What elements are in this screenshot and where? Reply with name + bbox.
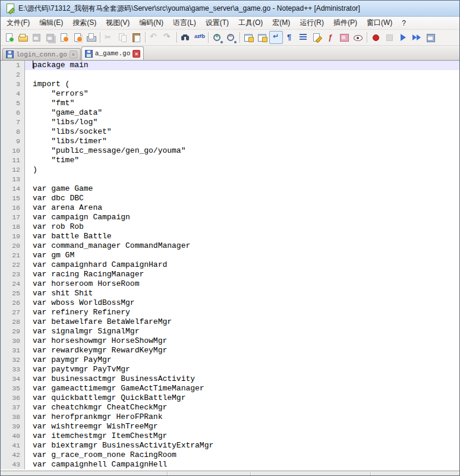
code-line[interactable]: 25var shit Shit [1, 289, 459, 298]
line-number[interactable]: 40 [1, 431, 25, 441]
code-line[interactable]: 37var cheatchkmgr CheatCheckMgr [1, 403, 459, 412]
line-number[interactable]: 31 [1, 346, 25, 355]
close-all-button[interactable] [71, 31, 84, 44]
code-line[interactable]: 13 [1, 175, 459, 184]
line-text[interactable]: var shit Shit [25, 289, 459, 298]
code-line[interactable]: 14var game Game [1, 184, 459, 194]
line-number[interactable]: 42 [1, 450, 25, 460]
line-number[interactable]: 6 [1, 108, 25, 118]
line-number[interactable]: 16 [1, 203, 25, 213]
code-line[interactable]: 41var biextramgr BusinessActivityExtraMg… [1, 441, 459, 450]
code-line[interactable]: 5 "fmt" [1, 99, 459, 108]
macro-stop-button[interactable] [383, 31, 396, 44]
menu-window[interactable]: 窗口(W) [362, 17, 397, 29]
code-line[interactable]: 6 "game_data" [1, 108, 459, 118]
code-line[interactable]: 1package main [1, 61, 459, 70]
line-text[interactable]: var campaignhell CampaignHell [25, 460, 459, 469]
tab-close-icon[interactable]: × [70, 51, 77, 58]
copy-button[interactable] [116, 31, 130, 44]
code-line[interactable]: 16var arena Arena [1, 203, 459, 213]
line-text[interactable]: package main [25, 61, 459, 70]
line-text[interactable]: var quickbattlemgr QuickBattleMgr [25, 393, 459, 403]
macro-save-button[interactable] [424, 31, 437, 44]
line-number[interactable]: 5 [1, 99, 25, 108]
line-number[interactable]: 32 [1, 355, 25, 365]
tab-close-icon[interactable]: × [133, 50, 140, 58]
line-number[interactable]: 15 [1, 194, 25, 203]
menu-tools[interactable]: 工具(O) [234, 17, 267, 29]
code-line[interactable]: 28var betawelfare BetaWelfareMgr [1, 317, 459, 327]
line-text[interactable]: ) [25, 165, 459, 175]
macro-run-multiple-button[interactable] [410, 31, 424, 44]
code-line[interactable]: 12) [1, 165, 459, 175]
code-line[interactable]: 39var wishtreemgr WishTreeMgr [1, 422, 459, 431]
line-number[interactable]: 39 [1, 422, 25, 431]
notepadpp-app-icon[interactable] [5, 4, 15, 13]
line-text[interactable]: "libs/log" [25, 118, 459, 127]
open-file-button[interactable] [16, 31, 30, 44]
new-file-button[interactable] [2, 31, 16, 44]
macro-record-button[interactable] [369, 31, 383, 44]
line-number[interactable]: 20 [1, 241, 25, 251]
line-text[interactable]: var betawelfare BetaWelfareMgr [25, 317, 459, 327]
line-number[interactable]: 33 [1, 365, 25, 374]
define-language-button[interactable] [310, 31, 324, 44]
line-number[interactable]: 43 [1, 460, 25, 469]
cut-button[interactable] [102, 31, 116, 44]
redo-button[interactable] [161, 31, 175, 44]
menu-run[interactable]: 运行(R) [295, 17, 329, 29]
line-text[interactable]: var refinery Refinery [25, 308, 459, 317]
line-number[interactable]: 18 [1, 222, 25, 232]
code-line[interactable]: 23var racing RacingManager [1, 270, 459, 279]
code-line[interactable]: 40var itemchestmgr ItemChestMgr [1, 431, 459, 441]
line-text[interactable]: var businessactmgr BusinessActivity [25, 374, 459, 384]
code-line[interactable]: 4 "errors" [1, 89, 459, 99]
zoom-out-button[interactable] [224, 31, 238, 44]
undo-button[interactable] [147, 31, 161, 44]
tab-login_conn.go[interactable]: login_conn.go× [2, 48, 81, 60]
line-number[interactable]: 3 [1, 80, 25, 89]
close-button[interactable] [57, 31, 71, 44]
sync-vertical-button[interactable] [242, 31, 256, 44]
menu-file[interactable]: 文件(F) [2, 17, 34, 29]
line-text[interactable] [25, 175, 459, 184]
code-line[interactable]: 15var dbc DBC [1, 194, 459, 203]
function-list-button[interactable] [324, 31, 338, 44]
code-line[interactable]: 27var refinery Refinery [1, 308, 459, 317]
line-text[interactable]: var battle Battle [25, 232, 459, 241]
line-text[interactable]: var herofprankmgr HeroFPRank [25, 412, 459, 422]
line-text[interactable]: "public_message/gen_go/youma" [25, 146, 459, 156]
line-text[interactable]: "errors" [25, 89, 459, 99]
line-number[interactable]: 11 [1, 156, 25, 165]
line-number[interactable]: 14 [1, 184, 25, 194]
line-text[interactable]: var biextramgr BusinessActivityExtraMgr [25, 441, 459, 450]
code-line[interactable]: 31var rewardkeymgr RewardKeyMgr [1, 346, 459, 355]
line-number[interactable]: 23 [1, 270, 25, 279]
line-number[interactable]: 41 [1, 441, 25, 450]
menu-help[interactable]: ? [397, 18, 411, 29]
code-line[interactable]: 32var paymgr PayMgr [1, 355, 459, 365]
line-number[interactable]: 12 [1, 165, 25, 175]
line-text[interactable]: var gameacttimemgr GameActTimeManager [25, 384, 459, 393]
line-number[interactable]: 38 [1, 412, 25, 422]
code-line[interactable]: 20var command_manager CommandManager [1, 241, 459, 251]
code-line[interactable]: 29var signalmgr SignalMgr [1, 327, 459, 336]
line-text[interactable]: var paymgr PayMgr [25, 355, 459, 365]
line-text[interactable]: var dbc DBC [25, 194, 459, 203]
line-text[interactable]: var rewardkeymgr RewardKeyMgr [25, 346, 459, 355]
line-number[interactable]: 2 [1, 70, 25, 80]
line-number[interactable]: 1 [1, 61, 25, 70]
code-line[interactable]: 33var paytvmgr PayTvMgr [1, 365, 459, 374]
line-text[interactable]: "libs/socket" [25, 127, 459, 137]
code-line[interactable]: 11 "time" [1, 156, 459, 165]
line-text[interactable]: var wishtreemgr WishTreeMgr [25, 422, 459, 431]
sync-horizontal-button[interactable] [256, 31, 269, 44]
line-number[interactable]: 26 [1, 298, 25, 308]
menu-plugins[interactable]: 插件(P) [329, 17, 362, 29]
code-line[interactable]: 7 "libs/log" [1, 118, 459, 127]
line-number[interactable]: 19 [1, 232, 25, 241]
line-number[interactable]: 28 [1, 317, 25, 327]
line-number[interactable]: 13 [1, 175, 25, 184]
code-line[interactable]: 2 [1, 70, 459, 80]
code-line[interactable]: 36var quickbattlemgr QuickBattleMgr [1, 393, 459, 403]
